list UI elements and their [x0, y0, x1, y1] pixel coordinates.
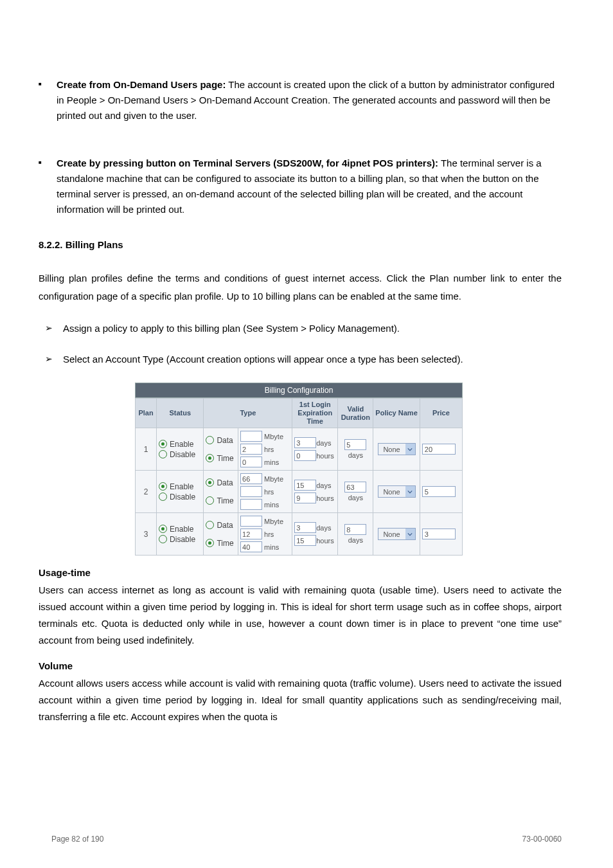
policy-select[interactable]: None: [378, 443, 416, 455]
radio-icon: [159, 525, 167, 533]
radio-label: Time: [217, 539, 233, 548]
price-input[interactable]: [422, 529, 456, 539]
body-volume: Account allows users access while accoun…: [39, 675, 562, 725]
table-title: Billing Configuration: [135, 383, 463, 398]
cell-policy: None: [373, 471, 420, 513]
exp-hours-input[interactable]: [294, 493, 316, 503]
price-input[interactable]: [422, 486, 456, 497]
exp-hours-input[interactable]: [294, 535, 316, 546]
mins-input[interactable]: [240, 457, 262, 467]
valid-days-input[interactable]: [344, 439, 366, 450]
cell-price: [420, 513, 462, 556]
radio-label: Disable: [170, 493, 195, 502]
unit-label: hrs: [264, 530, 274, 538]
status-enable-radio[interactable]: Enable: [159, 482, 201, 491]
radio-icon: [206, 521, 214, 529]
status-disable-radio[interactable]: Disable: [159, 493, 201, 502]
mbyte-input[interactable]: [240, 473, 262, 484]
status-enable-radio[interactable]: Enable: [159, 525, 201, 534]
mbyte-input[interactable]: [240, 516, 262, 527]
footer-page: Page 82 of 190: [51, 835, 103, 844]
bullet-square-icon: ■: [39, 156, 57, 170]
hrs-input[interactable]: [240, 444, 262, 455]
type-data-radio[interactable]: Data: [206, 436, 236, 445]
unit-label: Mbyte: [264, 518, 283, 525]
unit-label: hrs: [264, 446, 274, 453]
unit-label: days: [348, 536, 363, 544]
subheading-volume: Volume: [39, 660, 562, 671]
footer-doc-id: 73-00-0060: [522, 835, 562, 844]
radio-label: Disable: [170, 450, 195, 459]
type-time-radio[interactable]: Time: [206, 454, 236, 463]
radio-label: Disable: [170, 535, 195, 544]
list-item: Assign a policy to apply to this billing…: [63, 321, 400, 336]
type-data-radio[interactable]: Data: [206, 478, 236, 487]
type-data-radio[interactable]: Data: [206, 521, 236, 530]
section-heading: 8.2.2. Billing Plans: [39, 239, 562, 250]
arrow-bullet-icon: ➢: [45, 321, 63, 335]
cell-plan: 2: [136, 471, 157, 513]
status-disable-radio[interactable]: Disable: [159, 535, 201, 544]
radio-icon: [206, 454, 214, 462]
paragraph: Create by pressing button on Terminal Se…: [57, 156, 562, 217]
unit-label: days: [348, 451, 363, 459]
valid-days-input[interactable]: [344, 482, 366, 493]
unit-label: mins: [264, 501, 279, 509]
radio-icon: [159, 535, 167, 543]
mins-input[interactable]: [240, 541, 262, 552]
policy-select[interactable]: None: [378, 528, 416, 540]
status-disable-radio[interactable]: Disable: [159, 450, 201, 459]
exp-days-input[interactable]: [294, 480, 316, 491]
radio-icon: [206, 478, 214, 487]
cell-type-radios: DataTime: [204, 428, 238, 471]
cell-valid: days: [338, 428, 373, 471]
cell-expiration: dayshours: [292, 471, 338, 513]
valid-days-input[interactable]: [344, 524, 366, 535]
type-time-radio[interactable]: Time: [206, 539, 236, 548]
radio-label: Enable: [170, 482, 193, 491]
cell-type-inputs: Mbytehrsmins: [238, 428, 292, 471]
radio-icon: [206, 539, 214, 547]
unit-label: mins: [264, 543, 279, 551]
arrow-bullet-icon: ➢: [45, 352, 63, 366]
unit-label: hrs: [264, 488, 274, 496]
exp-days-input[interactable]: [294, 437, 316, 448]
chevron-down-icon: [405, 529, 415, 539]
unit-label: hours: [316, 537, 335, 545]
unit-label: Mbyte: [264, 433, 283, 440]
cell-type-inputs: Mbytehrsmins: [238, 471, 292, 513]
exp-hours-input[interactable]: [294, 450, 316, 461]
chevron-down-icon: [405, 486, 415, 497]
select-value: None: [378, 488, 405, 496]
th-price: Price: [420, 399, 462, 428]
mbyte-input[interactable]: [240, 431, 262, 442]
price-input[interactable]: [422, 444, 456, 455]
exp-days-input[interactable]: [294, 522, 316, 533]
mins-input[interactable]: [240, 499, 262, 510]
policy-select[interactable]: None: [378, 485, 416, 498]
cell-expiration: dayshours: [292, 428, 338, 471]
radio-label: Enable: [170, 525, 193, 534]
radio-icon: [159, 482, 167, 491]
cell-valid: days: [338, 471, 373, 513]
cell-price: [420, 428, 462, 471]
unit-label: mins: [264, 458, 279, 466]
radio-icon: [159, 493, 167, 501]
type-time-radio[interactable]: Time: [206, 496, 236, 505]
cell-type-inputs: Mbytehrsmins: [238, 513, 292, 556]
radio-icon: [206, 496, 214, 505]
cell-type-radios: DataTime: [204, 471, 238, 513]
unit-label: days: [316, 439, 335, 447]
hrs-input[interactable]: [240, 486, 262, 497]
cell-status: EnableDisable: [157, 428, 204, 471]
select-value: None: [378, 446, 405, 453]
subheading-usage-time: Usage-time: [39, 567, 562, 578]
unit-label: hours: [316, 452, 335, 460]
unit-label: days: [316, 524, 335, 532]
status-enable-radio[interactable]: Enable: [159, 440, 201, 449]
cell-policy: None: [373, 428, 420, 471]
hrs-input[interactable]: [240, 529, 262, 539]
radio-label: Time: [217, 454, 233, 463]
th-status: Status: [157, 399, 204, 428]
intro-paragraph: Billing plan profiles define the terms a…: [39, 269, 562, 305]
